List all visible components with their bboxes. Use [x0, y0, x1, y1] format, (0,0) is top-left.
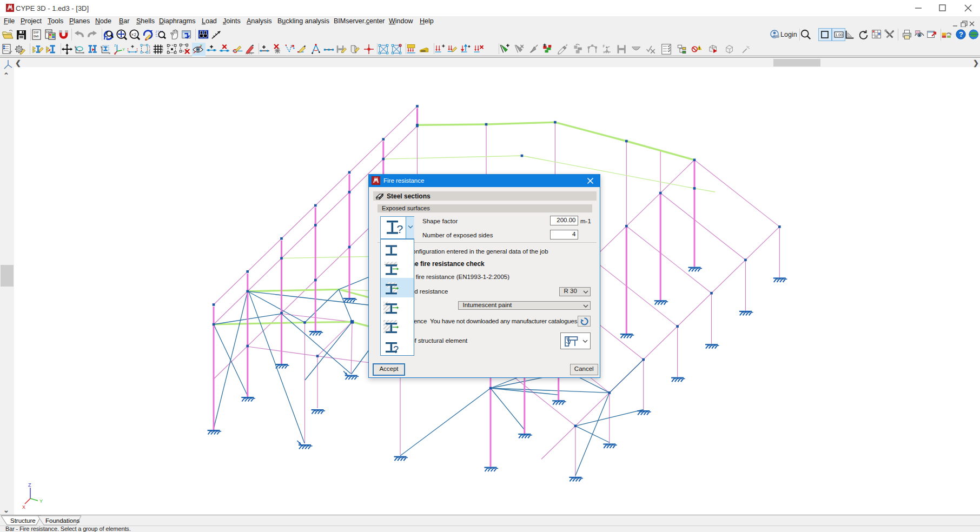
svg-text:Y: Y: [123, 48, 125, 51]
svg-text:Foundations: Foundations: [45, 517, 80, 524]
svg-text:Structure: Structure: [10, 517, 36, 524]
svg-text:2: 2: [162, 48, 163, 51]
svg-text:3: 3: [149, 51, 150, 54]
svg-text:Y: Y: [39, 498, 43, 504]
svg-text:DXF: DXF: [34, 31, 39, 35]
svg-text:Z: Z: [28, 482, 31, 488]
svg-text:?: ?: [396, 223, 403, 235]
svg-text:z: z: [114, 43, 116, 47]
svg-text:?: ?: [959, 30, 963, 38]
svg-text:X: X: [22, 504, 25, 510]
svg-text:x: x: [109, 51, 110, 55]
svg-text:1.00: 1.00: [835, 33, 843, 37]
svg-text:×2: ×2: [131, 32, 137, 37]
svg-text:?: ?: [393, 344, 399, 355]
svg-text:F: F: [603, 44, 605, 48]
svg-text:1: 1: [162, 45, 163, 48]
svg-text:DWG: DWG: [34, 35, 39, 38]
